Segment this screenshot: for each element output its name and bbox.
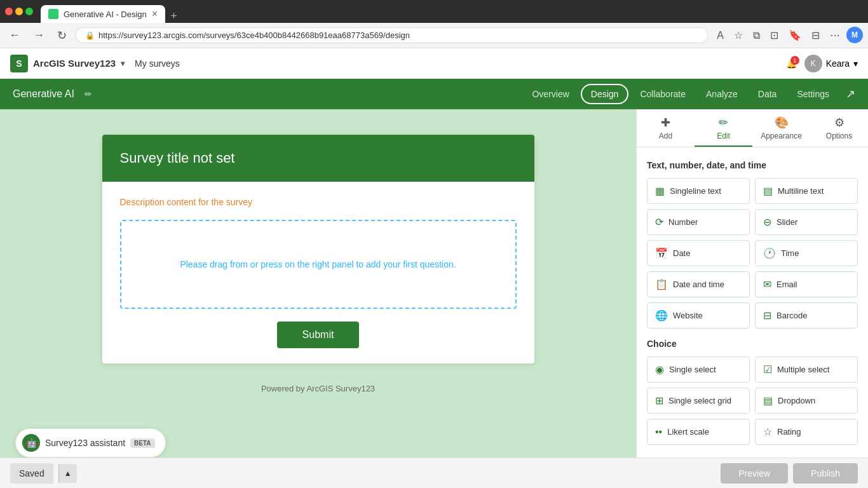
multiline-text-button[interactable]: ▤ Multiline text — [755, 178, 858, 204]
saved-button[interactable]: Saved — [10, 463, 53, 484]
nav-design[interactable]: Design — [581, 84, 629, 104]
survey-description: Description content for the survey — [120, 197, 517, 207]
assistant-button[interactable]: 🤖 Survey123 assistant BETA — [15, 428, 166, 458]
active-tab[interactable]: Generative AI - Design × — [41, 5, 165, 23]
multiline-text-icon: ▤ — [763, 185, 773, 197]
date-button[interactable]: 📅 Date — [647, 240, 750, 266]
forward-button[interactable]: → — [29, 26, 48, 44]
survey-card-header: Survey title not set — [102, 135, 534, 182]
drop-zone[interactable]: Please drag from or press on the right p… — [120, 220, 517, 309]
nav-settings[interactable]: Settings — [788, 85, 838, 103]
maximize-btn[interactable] — [25, 8, 33, 15]
tab-favicon — [48, 9, 58, 19]
split-view-button[interactable]: ⊡ — [766, 27, 782, 44]
appearance-tab-label: Appearance — [761, 132, 802, 140]
assistant-icon: 🤖 — [22, 434, 40, 452]
email-button[interactable]: ✉ Email — [755, 271, 858, 297]
website-icon: 🌐 — [655, 309, 668, 322]
saved-dropdown-button[interactable]: ▲ — [58, 464, 77, 483]
time-button[interactable]: 🕐 Time — [755, 240, 858, 266]
single-select-button[interactable]: ◉ Single select — [647, 356, 750, 383]
nav-overview[interactable]: Overview — [523, 85, 578, 103]
notification-icon[interactable]: 🔔 1 — [786, 58, 797, 69]
bookmark-button[interactable]: ☆ — [730, 27, 747, 44]
date-and-time-icon: 📋 — [655, 278, 668, 290]
publish-button[interactable]: Publish — [793, 463, 858, 484]
email-icon: ✉ — [763, 278, 771, 290]
date-icon: 📅 — [655, 247, 668, 259]
dropdown-button[interactable]: ▤ Dropdown — [755, 388, 858, 414]
drop-zone-text: Please drag from or press on the right p… — [180, 259, 456, 269]
user-avatar: K — [804, 55, 822, 72]
extensions-button[interactable]: ⧉ — [749, 27, 764, 44]
bottom-bar: Saved ▲ Preview Publish — [0, 458, 868, 488]
text-types-grid: ▦ Singleline text ▤ Multiline text ⟳ Num… — [647, 178, 858, 329]
nav-data[interactable]: Data — [749, 85, 786, 103]
preview-button[interactable]: Preview — [721, 463, 788, 484]
tab-add[interactable]: ✚ Add — [637, 109, 695, 147]
browser-chrome: Generative AI - Design × + — [0, 0, 868, 23]
refresh-button[interactable]: ↻ — [53, 26, 71, 45]
close-btn[interactable] — [5, 8, 13, 15]
powered-by: Powered by ArcGIS Survey123 — [261, 384, 375, 393]
choice-types-grid: ◉ Single select ☑ Multiple select ⊞ Sing… — [647, 356, 858, 445]
logo-dropdown-icon[interactable]: ▾ — [121, 59, 125, 68]
singleline-text-button[interactable]: ▦ Singleline text — [647, 178, 750, 204]
right-panel: ✚ Add ✏ Edit 🎨 Appearance ⚙ Options Text… — [636, 109, 868, 488]
multiple-select-button[interactable]: ☑ Multiple select — [755, 356, 858, 383]
read-mode-button[interactable]: A — [713, 27, 728, 44]
barcode-button[interactable]: ⊟ Barcode — [755, 302, 858, 329]
number-label: Number — [668, 217, 698, 227]
multiple-select-icon: ☑ — [763, 363, 772, 376]
minimize-btn[interactable] — [15, 8, 23, 15]
assistant-label: Survey123 assistant — [45, 438, 125, 448]
back-button[interactable]: ← — [5, 26, 24, 44]
favorites-button[interactable]: 🔖 — [785, 27, 805, 44]
my-surveys-link[interactable]: My surveys — [135, 58, 180, 69]
app-logo: S ArcGIS Survey123 ▾ — [10, 55, 125, 72]
multiple-select-label: Multiple select — [777, 365, 829, 374]
slider-button[interactable]: ⊖ Slider — [755, 209, 858, 235]
new-tab-button[interactable]: + — [165, 10, 182, 23]
tab-close-icon[interactable]: × — [152, 9, 158, 19]
single-select-grid-button[interactable]: ⊞ Single select grid — [647, 388, 750, 414]
section-title-text: Text, number, date, and time — [647, 160, 858, 170]
share-icon[interactable]: ↗ — [846, 87, 855, 101]
tab-title: Generative AI - Design — [64, 10, 147, 19]
browser-profile[interactable]: M — [846, 27, 863, 43]
panel-content: Text, number, date, and time ▦ Singlelin… — [637, 147, 868, 488]
toolbar-icons: A ☆ ⧉ ⊡ 🔖 ⊟ ⋯ M — [713, 27, 863, 44]
survey-card-title: Survey title not set — [120, 150, 517, 166]
number-button[interactable]: ⟳ Number — [647, 209, 750, 235]
tab-appearance[interactable]: 🎨 Appearance — [752, 109, 810, 147]
website-label: Website — [673, 311, 703, 320]
multiline-text-label: Multiline text — [778, 186, 824, 196]
date-and-time-button[interactable]: 📋 Date and time — [647, 271, 750, 297]
panel-tabs: ✚ Add ✏ Edit 🎨 Appearance ⚙ Options — [637, 109, 868, 147]
add-tab-icon: ✚ — [661, 116, 670, 130]
app-logo-text: ArcGIS Survey123 — [33, 58, 116, 69]
more-tools-button[interactable]: ⋯ — [826, 27, 844, 44]
address-bar[interactable]: 🔒 https://survey123.arcgis.com/surveys/6… — [76, 27, 708, 43]
edit-tab-icon: ✏ — [719, 116, 728, 130]
edit-title-icon[interactable]: ✏ — [85, 89, 92, 99]
single-select-label: Single select — [669, 365, 716, 374]
section-title-choice: Choice — [647, 339, 858, 349]
tab-options[interactable]: ⚙ Options — [810, 109, 868, 147]
notification-badge: 1 — [790, 56, 799, 65]
single-select-icon: ◉ — [655, 363, 664, 376]
address-bar-row: ← → ↻ 🔒 https://survey123.arcgis.com/sur… — [0, 23, 868, 48]
rating-button[interactable]: ☆ Rating — [755, 419, 858, 445]
website-button[interactable]: 🌐 Website — [647, 302, 750, 329]
collections-button[interactable]: ⊟ — [808, 27, 824, 44]
appearance-tab-icon: 🎨 — [775, 116, 789, 130]
add-tab-label: Add — [659, 132, 672, 140]
barcode-icon: ⊟ — [763, 309, 771, 322]
nav-analyze[interactable]: Analyze — [697, 85, 747, 103]
date-and-time-label: Date and time — [673, 280, 724, 289]
nav-collaborate[interactable]: Collaborate — [631, 85, 695, 103]
tab-edit[interactable]: ✏ Edit — [695, 109, 752, 147]
submit-button[interactable]: Submit — [277, 322, 360, 348]
likert-scale-button[interactable]: •• Likert scale — [647, 419, 750, 445]
user-info[interactable]: K Keara ▾ — [804, 55, 858, 72]
